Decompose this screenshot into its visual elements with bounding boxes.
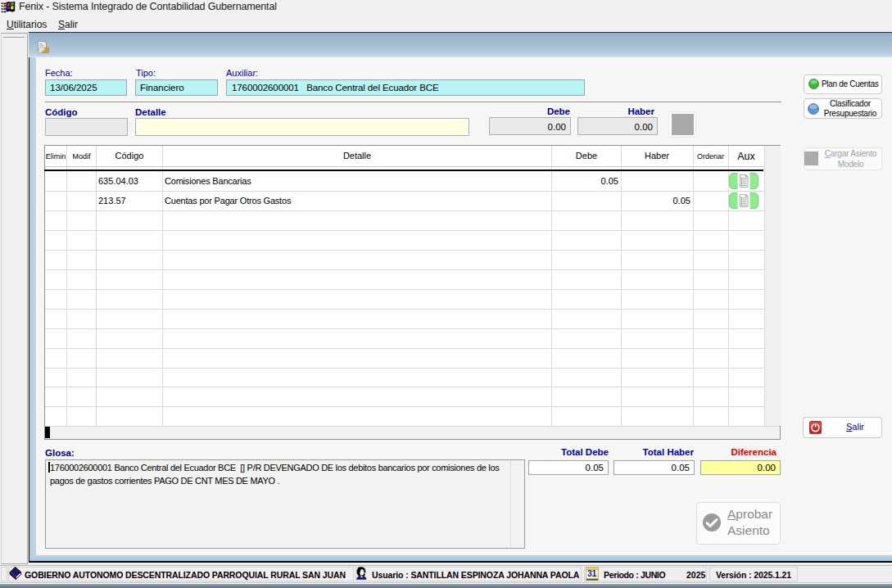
svg-text:31: 31 xyxy=(587,568,596,578)
